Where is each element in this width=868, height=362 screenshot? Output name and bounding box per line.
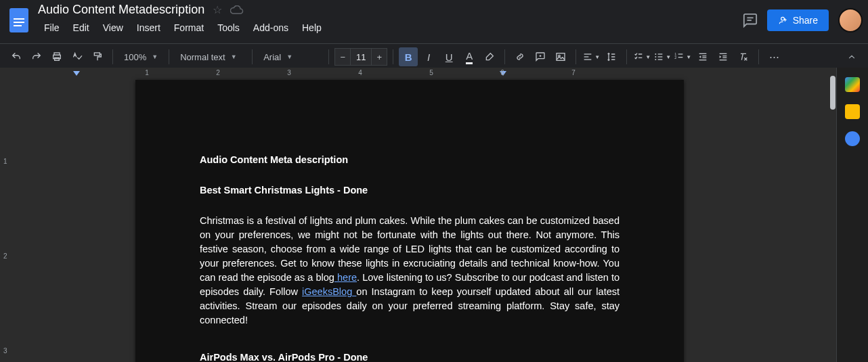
tasks-app-icon[interactable] <box>845 131 860 146</box>
more-toolbar-button[interactable]: ⋯ <box>764 47 783 66</box>
chevron-down-icon: ▼ <box>152 53 158 60</box>
vertical-ruler[interactable]: 1 2 3 <box>0 80 15 362</box>
share-label: Share <box>793 15 818 26</box>
ruler-tick: 3 <box>287 69 291 76</box>
person-add-icon <box>778 16 787 25</box>
side-panel <box>836 68 868 362</box>
account-avatar[interactable] <box>838 8 863 32</box>
doc-paragraph: Christmas is a festival of lights and pl… <box>200 214 620 327</box>
chevron-down-icon: ▼ <box>686 54 691 60</box>
text-color-button[interactable]: A <box>460 47 479 66</box>
underline-button[interactable]: U <box>439 47 458 66</box>
font-value: Arial <box>263 52 281 62</box>
menu-bar: File Edit View Insert Format Tools Add-o… <box>38 20 743 36</box>
menu-format[interactable]: Format <box>168 20 210 36</box>
calendar-app-icon[interactable] <box>845 77 860 92</box>
menu-view[interactable]: View <box>97 20 129 36</box>
increase-font-button[interactable]: + <box>371 48 387 66</box>
keep-app-icon[interactable] <box>845 104 860 119</box>
doc-link-igeeksblog[interactable]: iGeeksBlog <box>302 286 356 297</box>
insert-link-button[interactable] <box>511 47 529 66</box>
menu-file[interactable]: File <box>38 20 66 36</box>
font-size-input[interactable]: 11 <box>351 48 371 66</box>
app-header: Audio Content Metadescription ☆ File Edi… <box>0 0 868 43</box>
align-dropdown[interactable]: ▼ <box>582 47 601 66</box>
star-icon[interactable]: ☆ <box>213 3 222 16</box>
font-size-control: − 11 + <box>334 48 387 66</box>
ruler-tick: 2 <box>3 252 7 260</box>
comments-icon[interactable] <box>743 13 758 28</box>
editor-workspace: 1 2 3 4 5 6 7 1 2 3 Audio Content Meta d… <box>0 68 837 362</box>
menu-edit[interactable]: Edit <box>67 20 95 36</box>
svg-rect-4 <box>55 58 60 60</box>
left-indent-marker[interactable] <box>73 71 80 76</box>
insert-image-button[interactable] <box>551 47 570 66</box>
ruler-tick: 3 <box>3 347 7 355</box>
redo-button[interactable] <box>27 47 46 66</box>
docs-home-icon[interactable] <box>5 3 32 38</box>
zoom-dropdown[interactable]: 100%▼ <box>118 47 163 66</box>
bulleted-list-button[interactable]: ▼ <box>653 47 672 66</box>
menu-tools[interactable]: Tools <box>211 20 246 36</box>
menu-insert[interactable]: Insert <box>131 20 167 36</box>
menu-addons[interactable]: Add-ons <box>247 20 295 36</box>
decrease-indent-button[interactable] <box>693 47 712 66</box>
undo-button[interactable] <box>7 47 26 66</box>
header-actions: Share <box>743 3 863 32</box>
chevron-down-icon: ▼ <box>231 53 237 60</box>
chevron-down-icon: ▼ <box>286 53 292 60</box>
toolbar: 100%▼ Normal text▼ Arial▼ − 11 + B I U A… <box>0 43 868 70</box>
share-button[interactable]: Share <box>767 9 829 31</box>
ruler-tick: 4 <box>358 69 362 76</box>
decrease-font-button[interactable]: − <box>334 48 351 66</box>
page-content[interactable]: Audio Content Meta description Best Smar… <box>135 80 684 362</box>
menu-help[interactable]: Help <box>296 20 328 36</box>
chevron-down-icon: ▼ <box>645 54 651 60</box>
doc-subheading: Best Smart Christmas Lights - Done <box>200 183 620 198</box>
cloud-status-icon[interactable] <box>230 5 244 15</box>
svg-rect-5 <box>94 53 100 55</box>
paragraph-style-dropdown[interactable]: Normal text▼ <box>175 47 246 66</box>
doc-heading: Audio Content Meta description <box>200 153 620 167</box>
zoom-value: 100% <box>124 52 146 62</box>
ruler-tick: 2 <box>216 69 220 76</box>
style-value: Normal text <box>180 52 225 62</box>
horizontal-ruler[interactable]: 1 2 3 4 5 6 7 <box>15 68 829 80</box>
title-area: Audio Content Metadescription ☆ File Edi… <box>38 3 743 36</box>
insert-comment-button[interactable] <box>531 47 550 66</box>
bold-button[interactable]: B <box>399 47 418 66</box>
svg-point-13 <box>655 59 657 60</box>
ruler-tick: 1 <box>145 69 149 76</box>
chevron-down-icon: ▼ <box>666 54 671 60</box>
print-button[interactable] <box>47 47 66 66</box>
document-title[interactable]: Audio Content Metadescription <box>38 3 204 17</box>
doc-link-here[interactable]: here <box>334 272 357 283</box>
ruler-tick: 6 <box>500 69 504 76</box>
svg-point-12 <box>655 56 657 58</box>
svg-text:2: 2 <box>675 55 677 60</box>
increase-indent-button[interactable] <box>714 47 733 66</box>
paint-format-button[interactable] <box>88 47 107 66</box>
line-spacing-button[interactable] <box>602 47 621 66</box>
font-dropdown[interactable]: Arial▼ <box>258 47 323 66</box>
svg-rect-6 <box>557 53 565 61</box>
clear-formatting-button[interactable] <box>734 47 753 66</box>
ruler-tick: 5 <box>429 69 433 76</box>
ruler-tick: 7 <box>571 69 576 76</box>
document-page[interactable]: Audio Content Meta description Best Smar… <box>135 80 684 362</box>
svg-point-11 <box>655 53 657 55</box>
ruler-tick: 1 <box>3 158 7 165</box>
numbered-list-button[interactable]: 12▼ <box>673 47 692 66</box>
doc-subheading: AirPods Max vs. AirPods Pro - Done <box>200 350 620 362</box>
vertical-scrollbar-thumb[interactable] <box>830 76 836 110</box>
collapse-toolbar-button[interactable] <box>842 47 861 66</box>
checklist-button[interactable]: ▼ <box>632 47 651 66</box>
chevron-down-icon: ▼ <box>594 54 600 60</box>
spellcheck-button[interactable] <box>68 47 87 66</box>
italic-button[interactable]: I <box>419 47 438 66</box>
highlight-button[interactable] <box>480 47 499 66</box>
